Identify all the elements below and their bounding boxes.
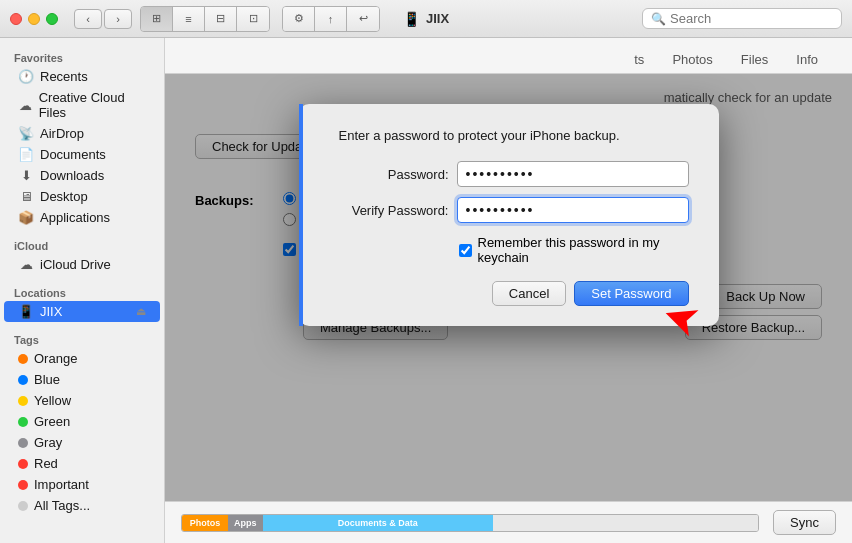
tab-ts[interactable]: ts [620,46,658,73]
verify-input[interactable] [457,197,689,223]
sidebar-item-jiix[interactable]: 📱 JIIX ⏏ [4,301,160,322]
window-title: JIIX [426,11,449,26]
window-title-area: 📱 JIIX [403,11,449,27]
sidebar-item-tag-blue[interactable]: Blue [4,369,160,390]
yellow-dot [18,396,28,406]
sidebar-item-creative-cloud[interactable]: ☁ Creative Cloud Files [4,87,160,123]
sidebar: Favorites 🕐 Recents ☁ Creative Cloud Fil… [0,38,165,543]
password-input[interactable] [457,161,689,187]
tabs-bar: ts Photos Files Info [165,38,852,74]
sidebar-label-documents: Documents [40,147,106,162]
set-password-button[interactable]: Set Password [574,281,688,306]
tag-button[interactable]: ↩ [347,7,379,31]
sidebar-label-gray: Gray [34,435,62,450]
search-input[interactable] [670,11,833,26]
blue-dot [18,375,28,385]
modal-title: Enter a password to protect your iPhone … [329,128,689,143]
desktop-icon: 🖥 [18,189,34,204]
apps-segment: Apps [228,515,263,531]
icloud-section-title: iCloud [0,234,164,254]
locations-section-title: Locations [0,281,164,301]
creative-cloud-icon: ☁ [18,98,33,113]
maximize-button[interactable] [46,13,58,25]
action-button-group: ⚙ ↑ ↩ [282,6,380,32]
close-button[interactable] [10,13,22,25]
title-bar: ‹ › ⊞ ≡ ⊟ ⊡ ⚙ ↑ ↩ 📱 JIIX 🔍 [0,0,852,38]
photos-segment: Photos [182,515,228,531]
search-bar[interactable]: 🔍 [642,8,842,29]
sidebar-label-airdrop: AirDrop [40,126,84,141]
documents-icon: 📄 [18,147,34,162]
share-button[interactable]: ↑ [315,7,347,31]
password-modal: Enter a password to protect your iPhone … [299,104,719,326]
sidebar-item-tag-orange[interactable]: Orange [4,348,160,369]
storage-bar: Photos Apps Documents & Data [181,514,759,532]
sidebar-item-tag-gray[interactable]: Gray [4,432,160,453]
eject-icon[interactable]: ⏏ [136,305,146,318]
traffic-lights [10,13,58,25]
sidebar-item-tag-red[interactable]: Red [4,453,160,474]
sidebar-label-applications: Applications [40,210,110,225]
jiix-icon: 📱 [18,304,34,319]
sidebar-item-all-tags[interactable]: All Tags... [4,495,160,516]
modal-overlay: Enter a password to protect your iPhone … [165,74,852,501]
sidebar-label-downloads: Downloads [40,168,104,183]
sidebar-item-desktop[interactable]: 🖥 Desktop [4,186,160,207]
password-field-row: Password: [329,161,689,187]
password-label: Password: [329,167,449,182]
list-view-button[interactable]: ≡ [173,7,205,31]
sidebar-item-icloud-drive[interactable]: ☁ iCloud Drive [4,254,160,275]
sync-button[interactable]: Sync [773,510,836,535]
red-dot [18,459,28,469]
sidebar-label-all-tags: All Tags... [34,498,90,513]
sidebar-item-tag-yellow[interactable]: Yellow [4,390,160,411]
content-area: ts Photos Files Info matically check for… [165,38,852,543]
sidebar-label-important: Important [34,477,89,492]
sidebar-label-green: Green [34,414,70,429]
gray-dot [18,438,28,448]
tab-files[interactable]: Files [727,46,782,73]
tab-info[interactable]: Info [782,46,832,73]
sidebar-item-tag-important[interactable]: Important [4,474,160,495]
remember-checkbox[interactable] [459,244,472,257]
iphone-icon: 📱 [403,11,420,27]
icloud-drive-icon: ☁ [18,257,34,272]
sidebar-label-icloud-drive: iCloud Drive [40,257,111,272]
sidebar-label-jiix: JIIX [40,304,62,319]
main-content-area: matically check for an update Check for … [165,74,852,501]
important-dot [18,480,28,490]
remember-checkbox-row: Remember this password in my keychain [329,235,689,265]
column-view-button[interactable]: ⊟ [205,7,237,31]
remember-label: Remember this password in my keychain [478,235,689,265]
sidebar-label-creative-cloud: Creative Cloud Files [39,90,146,120]
airdrop-icon: 📡 [18,126,34,141]
sidebar-label-orange: Orange [34,351,77,366]
tab-photos[interactable]: Photos [658,46,726,73]
applications-icon: 📦 [18,210,34,225]
back-button[interactable]: ‹ [74,9,102,29]
sidebar-item-airdrop[interactable]: 📡 AirDrop [4,123,160,144]
cancel-button[interactable]: Cancel [492,281,566,306]
minimize-button[interactable] [28,13,40,25]
sidebar-item-documents[interactable]: 📄 Documents [4,144,160,165]
docs-segment: Documents & Data [263,515,493,531]
verify-field-row: Verify Password: [329,197,689,223]
favorites-section-title: Favorites [0,46,164,66]
sidebar-label-blue: Blue [34,372,60,387]
all-tags-dot [18,501,28,511]
sidebar-item-downloads[interactable]: ⬇ Downloads [4,165,160,186]
bottom-bar: Photos Apps Documents & Data Sync [165,501,852,543]
view-button-group: ⊞ ≡ ⊟ ⊡ [140,6,270,32]
forward-button[interactable]: › [104,9,132,29]
gallery-view-button[interactable]: ⊡ [237,7,269,31]
orange-dot [18,354,28,364]
arrange-button[interactable]: ⚙ [283,7,315,31]
sidebar-item-tag-green[interactable]: Green [4,411,160,432]
green-dot [18,417,28,427]
sidebar-label-red: Red [34,456,58,471]
sidebar-item-applications[interactable]: 📦 Applications [4,207,160,228]
sidebar-label-desktop: Desktop [40,189,88,204]
sidebar-label-yellow: Yellow [34,393,71,408]
icon-view-button[interactable]: ⊞ [141,7,173,31]
sidebar-item-recents[interactable]: 🕐 Recents [4,66,160,87]
